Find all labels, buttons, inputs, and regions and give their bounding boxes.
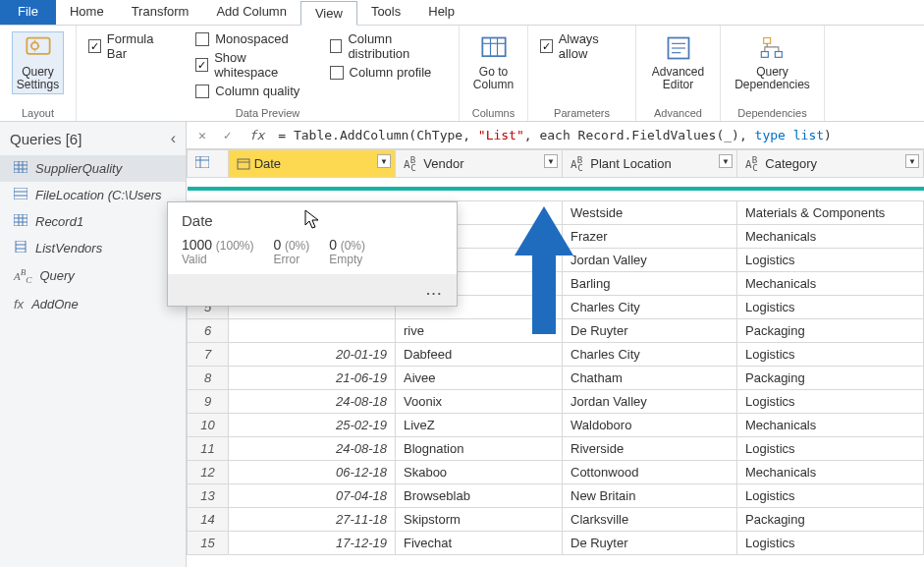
cell-plant[interactable]: Charles City — [563, 342, 737, 366]
column-header-vendor[interactable]: ABC Vendor▼ — [396, 150, 563, 178]
cell-category[interactable]: Materials & Components — [737, 200, 924, 224]
sidebar-item-filelocation-c-users[interactable]: FileLocation (C:\Users — [0, 182, 186, 208]
menu-tools[interactable]: Tools — [357, 0, 414, 25]
table-corner[interactable] — [188, 150, 229, 178]
goto-column-button[interactable]: Go to Column — [471, 31, 516, 94]
cell-vendor[interactable]: Voonix — [396, 389, 563, 413]
cancel-formula-button[interactable]: ✕ — [194, 128, 210, 142]
check-formula-bar[interactable]: ✓Formula Bar — [88, 31, 170, 61]
sidebar-item-supplierquality[interactable]: SupplierQuality — [0, 155, 186, 182]
cell-vendor[interactable]: Aivee — [396, 366, 563, 389]
collapse-icon[interactable]: ‹ — [171, 130, 176, 147]
cell-plant[interactable]: New Britain — [563, 483, 737, 507]
cell-vendor[interactable]: Skaboo — [396, 460, 563, 483]
sidebar-item-addone[interactable]: fxAddOne — [0, 291, 186, 317]
cell-plant[interactable]: Clarksville — [563, 507, 737, 531]
cell-category[interactable]: Packaging — [737, 318, 924, 342]
cell-date[interactable]: 27-11-18 — [229, 507, 396, 531]
sidebar-header[interactable]: Queries [6] ‹ — [0, 122, 186, 155]
cell-plant[interactable]: Frazer — [563, 224, 737, 248]
cell-category[interactable]: Logistics — [737, 483, 924, 507]
cell-category[interactable]: Mechanicals — [737, 413, 924, 436]
menu-transform[interactable]: Transform — [118, 0, 203, 25]
cell-vendor[interactable]: Fivechat — [396, 531, 563, 554]
table-row[interactable]: 1025-02-19LiveZWaldoboroMechanicals — [188, 413, 924, 436]
cell-date[interactable]: 25-02-19 — [229, 413, 396, 436]
table-row[interactable]: 720-01-19DabfeedCharles CityLogistics — [188, 342, 924, 366]
cell-date[interactable]: 21-06-19 — [229, 366, 396, 389]
sidebar-item-record1[interactable]: Record1 — [0, 208, 186, 235]
table-row[interactable]: 1206-12-18SkabooCottonwoodMechanicals — [188, 460, 924, 483]
cell-category[interactable]: Mechanicals — [737, 271, 924, 295]
cell-category[interactable]: Packaging — [737, 507, 924, 531]
menu-home[interactable]: Home — [56, 0, 118, 25]
cell-category[interactable]: Logistics — [737, 389, 924, 413]
table-row[interactable]: 6riveDe RuyterPackaging — [188, 318, 924, 342]
check-column-distribution[interactable]: Column distribution — [330, 31, 447, 61]
column-filter-dropdown[interactable]: ▼ — [377, 154, 391, 168]
menu-file[interactable]: File — [0, 0, 56, 25]
column-header-plant-location[interactable]: ABC Plant Location▼ — [563, 150, 737, 178]
cell-date[interactable]: 07-04-18 — [229, 483, 396, 507]
menu-help[interactable]: Help — [414, 0, 468, 25]
cell-plant[interactable]: Charles City — [563, 295, 737, 318]
column-filter-dropdown[interactable]: ▼ — [544, 154, 558, 168]
menu-add-column[interactable]: Add Column — [202, 0, 300, 25]
cell-vendor[interactable]: rive — [396, 318, 563, 342]
cell-plant[interactable]: De Ruyter — [563, 318, 737, 342]
table-row[interactable]: 821-06-19AiveeChathamPackaging — [188, 366, 924, 389]
cell-category[interactable]: Packaging — [737, 366, 924, 389]
cell-category[interactable]: Logistics — [737, 295, 924, 318]
row-number: 13 — [188, 483, 229, 507]
column-filter-dropdown[interactable]: ▼ — [905, 154, 919, 168]
cell-date[interactable] — [229, 318, 396, 342]
cell-plant[interactable]: Chatham — [563, 366, 737, 389]
column-filter-dropdown[interactable]: ▼ — [719, 154, 733, 168]
cell-vendor[interactable]: Blognation — [396, 436, 563, 460]
cell-category[interactable]: Logistics — [737, 531, 924, 554]
accept-formula-button[interactable]: ✓ — [220, 128, 236, 142]
cell-category[interactable]: Mechanicals — [737, 224, 924, 248]
advanced-editor-button[interactable]: Advanced Editor — [648, 31, 708, 94]
cell-plant[interactable]: Westside — [563, 200, 737, 224]
column-header-date[interactable]: Date▼ — [229, 150, 396, 178]
cell-category[interactable]: Mechanicals — [737, 460, 924, 483]
cell-date[interactable]: 17-12-19 — [229, 531, 396, 554]
cell-date[interactable]: 24-08-18 — [229, 389, 396, 413]
sidebar-item-query[interactable]: ABCQuery — [0, 261, 186, 291]
cell-plant[interactable]: Barling — [563, 271, 737, 295]
cell-vendor[interactable]: Dabfeed — [396, 342, 563, 366]
cell-vendor[interactable]: Skipstorm — [396, 507, 563, 531]
cell-plant[interactable]: Riverside — [563, 436, 737, 460]
cell-plant[interactable]: Cottonwood — [563, 460, 737, 483]
table-row[interactable]: 1307-04-18BrowseblabNew BritainLogistics — [188, 483, 924, 507]
query-dependencies-button[interactable]: Query Dependencies — [733, 31, 812, 94]
cell-vendor[interactable]: Browseblab — [396, 483, 563, 507]
cell-date[interactable]: 20-01-19 — [229, 342, 396, 366]
cell-plant[interactable]: Waldoboro — [563, 413, 737, 436]
cell-category[interactable]: Logistics — [737, 248, 924, 271]
check-always-allow[interactable]: ✓Always allow — [540, 31, 624, 61]
check-monospaced[interactable]: Monospaced — [195, 31, 303, 46]
check-column-quality[interactable]: Column quality — [195, 84, 303, 98]
cell-category[interactable]: Logistics — [737, 342, 924, 366]
cell-category[interactable]: Logistics — [737, 436, 924, 460]
cell-date[interactable]: 06-12-18 — [229, 460, 396, 483]
cell-plant[interactable]: Jordan Valley — [563, 389, 737, 413]
table-row[interactable]: 924-08-18VoonixJordan ValleyLogistics — [188, 389, 924, 413]
formula-text[interactable]: = Table.AddColumn(ChType, "List", each R… — [278, 128, 832, 142]
table-row[interactable]: 1427-11-18SkipstormClarksvillePackaging — [188, 507, 924, 531]
check-column-profile[interactable]: Column profile — [330, 65, 447, 80]
tooltip-more-button[interactable]: ... — [168, 274, 457, 306]
menu-view[interactable]: View — [300, 1, 357, 26]
column-header-category[interactable]: ABC Category▼ — [737, 150, 924, 178]
cell-plant[interactable]: De Ruyter — [563, 531, 737, 554]
check-show-whitespace[interactable]: ✓Show whitespace — [195, 50, 303, 80]
query-settings-button[interactable]: Query Settings — [12, 31, 64, 94]
cell-date[interactable]: 24-08-18 — [229, 436, 396, 460]
sidebar-item-listvendors[interactable]: ListVendors — [0, 235, 186, 261]
table-row[interactable]: 1124-08-18BlognationRiversideLogistics — [188, 436, 924, 460]
cell-plant[interactable]: Jordan Valley — [563, 248, 737, 271]
cell-vendor[interactable]: LiveZ — [396, 413, 563, 436]
table-row[interactable]: 1517-12-19FivechatDe RuyterLogistics — [188, 531, 924, 554]
